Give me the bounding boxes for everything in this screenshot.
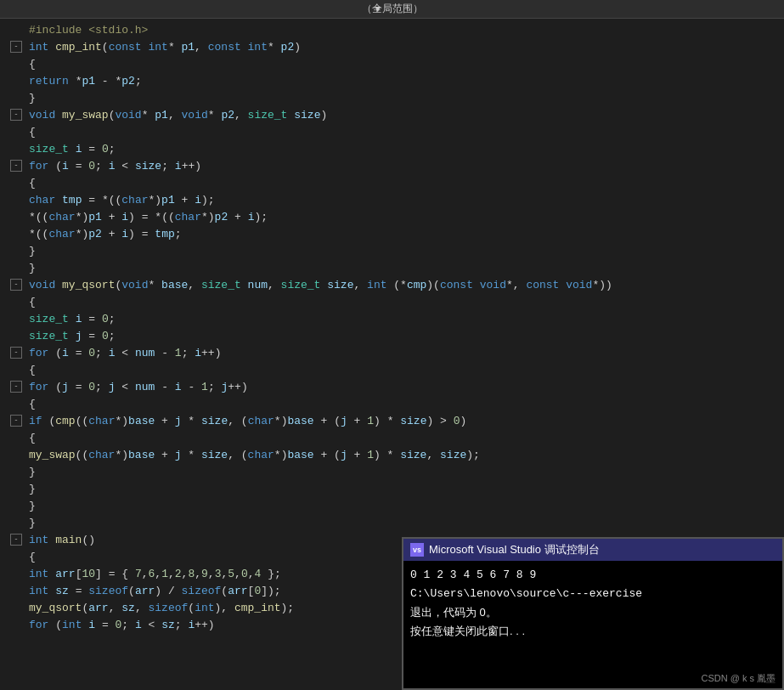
line-content-25: { [25,430,36,447]
code-line-1: #include <stdio.h> [0,22,784,39]
gutter-21 [0,362,25,379]
code-line-21: { [0,362,784,379]
code-line-12: *((char*)p1 + i) = *((char*)p2 + i); [0,209,784,226]
code-line-14: } [0,243,784,260]
code-line-20: - for (i = 0; i < num - 1; i++) [0,345,784,362]
gutter-10 [0,175,25,192]
line-content-30: } [25,515,36,532]
debug-console: vs Microsoft Visual Studio 调试控制台 0 1 2 3… [402,537,784,690]
fold-btn-2[interactable]: - [10,41,22,53]
code-line-4: return *p1 - *p2; [0,73,784,90]
line-content-20: for (i = 0; i < num - 1; i++) [25,345,221,362]
line-content-28: } [25,481,36,498]
code-line-2: - int cmp_int(const int* p1, const int* … [0,39,784,56]
gutter-26 [0,447,25,464]
code-line-22: - for (j = 0; j < num - i - 1; j++) [0,379,784,396]
gutter-12 [0,209,25,226]
output-line-4: 按任意键关闭此窗口. . . [410,622,776,641]
gutter-28 [0,481,25,498]
gutter-17 [0,294,25,311]
line-content-17: { [25,294,36,311]
gutter-24: - [0,413,25,430]
gutter-27 [0,464,25,481]
code-line-26: my_swap((char*)base + j * size, (char*)b… [0,447,784,464]
code-line-28: } [0,481,784,498]
gutter-23 [0,396,25,413]
code-line-30: } [0,515,784,532]
line-content-7: { [25,124,36,141]
line-content-8: size_t i = 0; [25,141,116,158]
line-content-1: #include <stdio.h> [25,22,148,39]
line-content-4: return *p1 - *p2; [25,73,142,90]
gutter-25 [0,430,25,447]
gutter-11 [0,192,25,209]
vs-icon: vs [410,543,424,557]
line-content-22: for (j = 0; j < num - i - 1; j++) [25,379,248,396]
line-content-15: } [25,260,36,277]
line-content-33: int arr[10] = { 7,6,1,2,8,9,3,5,0,4 }; [25,566,281,583]
debug-console-body: 0 1 2 3 4 5 6 7 8 9 C:\Users\lenovo\sour… [403,561,782,646]
gutter-35 [0,600,25,617]
line-content-32: { [25,549,36,566]
code-line-10: { [0,175,784,192]
code-line-25: { [0,430,784,447]
line-content-35: my_qsort(arr, sz, sizeof(int), cmp_int); [25,600,294,617]
line-content-19: size_t j = 0; [25,328,116,345]
line-content-18: size_t i = 0; [25,311,116,328]
line-content-23: { [25,396,36,413]
line-content-24: if (cmp((char*)base + j * size, (char*)b… [25,413,466,430]
line-content-6: void my_swap(void* p1, void* p2, size_t … [25,107,327,124]
line-content-34: int sz = sizeof(arr) / sizeof(arr[0]); [25,583,281,600]
scope-label: （全局范围） [362,2,423,16]
fold-btn-16[interactable]: - [10,279,22,291]
output-line-1: 0 1 2 3 4 5 6 7 8 9 [410,566,776,585]
line-content-14: } [25,243,36,260]
fold-btn-20[interactable]: - [10,347,22,359]
debug-console-title: Microsoft Visual Studio 调试控制台 [429,542,600,557]
gutter-32 [0,549,25,566]
gutter-15 [0,260,25,277]
code-line-6: - void my_swap(void* p1, void* p2, size_… [0,107,784,124]
code-line-29: } [0,498,784,515]
line-content-3: { [25,56,36,73]
code-line-27: } [0,464,784,481]
code-line-3: { [0,56,784,73]
gutter-30 [0,515,25,532]
line-content-11: char tmp = *((char*)p1 + i); [25,192,215,209]
line-content-10: { [25,175,36,192]
fold-btn-22[interactable]: - [10,381,22,393]
line-content-21: { [25,362,36,379]
code-line-8: size_t i = 0; [0,141,784,158]
fold-btn-9[interactable]: - [10,160,22,172]
top-bar: ▼ （全局范围） [0,0,784,19]
gutter-22: - [0,379,25,396]
gutter-8 [0,141,25,158]
code-line-5: } [0,90,784,107]
line-content-26: my_swap((char*)base + j * size, (char*)b… [25,447,480,464]
code-line-13: *((char*)p2 + i) = tmp; [0,226,784,243]
line-content-27: } [25,464,36,481]
code-line-16: - void my_qsort(void* base, size_t num, … [0,277,784,294]
gutter-33 [0,566,25,583]
line-content-13: *((char*)p2 + i) = tmp; [25,226,182,243]
gutter-34 [0,583,25,600]
dropdown-arrow[interactable]: ▼ [375,4,381,14]
gutter-19 [0,328,25,345]
gutter-36 [0,617,25,634]
fold-btn-24[interactable]: - [10,415,22,427]
line-content-9: for (i = 0; i < size; i++) [25,158,201,175]
line-content-5: } [25,90,36,107]
gutter-16: - [0,277,25,294]
line-content-31: int main() [25,532,95,549]
fold-btn-6[interactable]: - [10,109,22,121]
line-content-12: *((char*)p1 + i) = *((char*)p2 + i); [25,209,268,226]
gutter-9: - [0,158,25,175]
gutter-14 [0,243,25,260]
line-content-36: for (int i = 0; i < sz; i++) [25,617,215,634]
gutter-3 [0,56,25,73]
gutter-6: - [0,107,25,124]
code-line-7: { [0,124,784,141]
gutter-2: - [0,39,25,56]
code-line-23: { [0,396,784,413]
fold-btn-31[interactable]: - [10,534,22,546]
